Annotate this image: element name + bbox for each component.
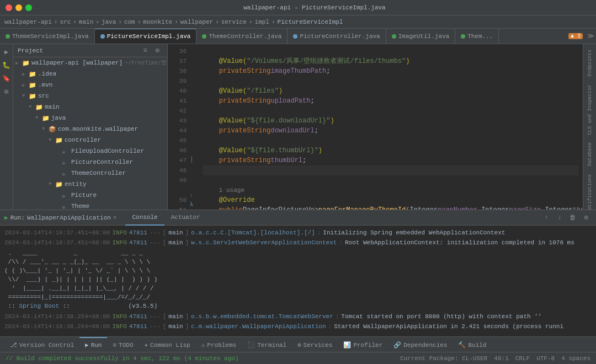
- code-textarea[interactable]: @Value("/Volumes/风事/壁纸拯救者测试/files/thumbs…: [199, 44, 583, 210]
- right-panel: Endpoints CLS and Inspector Database Not…: [583, 44, 596, 210]
- tree-arrow: ▶: [15, 60, 22, 66]
- line-separator: CRLF: [515, 355, 530, 362]
- bottom-toolbar: ⎇ Version Control ▶ Run ≡ TODO ✦ Common …: [0, 336, 596, 352]
- tab-picture-controller[interactable]: PictureController.java: [288, 29, 386, 44]
- tab-build[interactable]: 🔨 Build: [453, 337, 492, 352]
- tree-item-theme-controller[interactable]: ☕ ThemeController: [13, 168, 167, 179]
- tab-them[interactable]: Them...: [455, 29, 499, 44]
- code-line: [203, 175, 578, 185]
- tab-profiler[interactable]: 📊 Profiler: [338, 337, 388, 352]
- tab-console[interactable]: Console: [125, 210, 164, 226]
- java-icon: ☕: [62, 192, 70, 199]
- breadcrumb-item[interactable]: wallpaper-api: [4, 19, 52, 25]
- status-right: Current Package: CL-USER 48:1 CRLF UTF-8…: [400, 355, 590, 362]
- tab-terminal[interactable]: ⬛ Terminal: [242, 337, 292, 352]
- tab-picture-service-impl[interactable]: PictureServiceImpl.java: [95, 29, 197, 44]
- run-panel: ▶ Run: WallpaperApiApplication × Console…: [0, 210, 596, 336]
- lambda-indicator: λ: [190, 200, 199, 209]
- gear-icon[interactable]: ⚙: [152, 45, 163, 56]
- endpoints-panel[interactable]: Endpoints: [586, 46, 594, 80]
- notifications-panel[interactable]: Notifications: [586, 171, 594, 210]
- breadcrumb-item[interactable]: moonkite: [143, 19, 172, 25]
- tree-item-picture[interactable]: ☕ Picture: [13, 190, 167, 201]
- more-tabs-button[interactable]: ≫: [585, 31, 596, 42]
- tree-label: ThemeController: [71, 170, 126, 176]
- maximize-button[interactable]: [25, 4, 32, 11]
- tab-dependencies[interactable]: 🔗 Dependencies: [388, 337, 453, 352]
- scroll-down-icon[interactable]: ↓: [554, 212, 565, 223]
- sidebar-actions: ≡ ⚙: [140, 45, 163, 56]
- tree-item-entity-dir[interactable]: ▼ 📁 entity: [13, 179, 167, 190]
- tree-item-java[interactable]: ▼ 📁 java: [13, 113, 167, 124]
- terminal-icon: ⬛: [247, 341, 255, 349]
- tree-item-file-upload[interactable]: ☕ FileUploadController: [13, 146, 167, 157]
- close-button[interactable]: [6, 4, 12, 11]
- tree-label: java: [51, 115, 66, 121]
- minimize-button[interactable]: [15, 4, 22, 11]
- tree-label: entity: [65, 181, 87, 188]
- line-numbers: 36 37 38 39 40 41 42 43 44 45 46 47 48 4…: [168, 44, 190, 210]
- tree-item-picture-controller[interactable]: ☕ PictureController: [13, 157, 167, 168]
- gutter: │ ↑ λ: [190, 44, 199, 210]
- tab-common-lisp[interactable]: ✦ Common Lisp: [139, 337, 195, 352]
- breadcrumb-item[interactable]: java: [102, 19, 116, 25]
- tree-item-main[interactable]: ▼ 📁 main: [13, 101, 167, 113]
- tree-item-src[interactable]: ▼ 📁 src: [13, 90, 167, 101]
- tree-item-root[interactable]: ▶ 📁 wallpaper-api [wallpaper] ~/FreeTime…: [13, 57, 167, 68]
- tab-problems[interactable]: ⚠ Problems: [196, 337, 242, 352]
- spring-banner: . ____ _ __ _ _ /\\ / ___'_ __ _ _(_)_ _…: [4, 249, 592, 311]
- breadcrumb-item[interactable]: com: [124, 19, 135, 25]
- folder-icon: 📁: [22, 60, 30, 67]
- traffic-lights: [6, 4, 32, 11]
- log-line: 2024-03-14T14:18:38.254+08:00 INFO 47811…: [4, 312, 592, 322]
- collapse-icon[interactable]: ≡: [140, 45, 151, 56]
- run-icon: ▶: [4, 214, 8, 221]
- bookmark-icon[interactable]: 🔖: [1, 73, 12, 84]
- tab-image-util[interactable]: ImageUtil.java: [386, 29, 455, 44]
- run-icon: ▶: [85, 341, 89, 349]
- tab-theme-controller[interactable]: ThemeController.java: [196, 29, 288, 44]
- java-icon: ☕: [62, 170, 70, 177]
- code-editor[interactable]: 36 37 38 39 40 41 42 43 44 45 46 47 48 4…: [168, 44, 583, 210]
- database-panel[interactable]: Database: [586, 139, 594, 169]
- run-toolbar: ↑ ↓ 🗑 ⚙: [541, 212, 592, 223]
- tab-theme-service-impl[interactable]: ThemeServiceImpl.java: [0, 29, 95, 44]
- tree-label: .idea: [38, 71, 56, 77]
- tree-label: controller: [65, 137, 101, 143]
- tree-arrow: ▼: [49, 137, 55, 143]
- breadcrumb-item[interactable]: wallpaper: [180, 19, 213, 25]
- left-strip: ▶ 🐛 🔖 ⊞: [0, 44, 13, 210]
- tab-todo[interactable]: ≡ TODO: [107, 337, 139, 352]
- status-bar: // Build completed successfully in 4 sec…: [0, 352, 596, 364]
- breadcrumb-item[interactable]: impl: [255, 19, 269, 25]
- debug-icon[interactable]: 🐛: [1, 60, 12, 71]
- tree-item-mvn[interactable]: ▶ 📁 .mvn: [13, 79, 167, 90]
- tab-actuator[interactable]: Actuator: [164, 210, 207, 226]
- settings-icon[interactable]: ⚙: [581, 212, 592, 223]
- code-line: private String uploadPath;: [203, 96, 578, 106]
- breadcrumb-item[interactable]: service: [221, 19, 247, 25]
- breadcrumb-item[interactable]: main: [79, 19, 93, 25]
- breadcrumb-item[interactable]: src: [60, 19, 71, 25]
- override-indicator: ↑: [190, 191, 199, 200]
- tab-run[interactable]: ▶ Run: [79, 337, 107, 352]
- status-left: // Build completed successfully in 4 sec…: [6, 355, 238, 362]
- tab-version-control[interactable]: ⎇ Version Control: [4, 337, 79, 352]
- cls-inspector-panel[interactable]: CLS and Inspector: [586, 81, 594, 138]
- tree-item-package[interactable]: ▼ 📦 com.moonkite.wallpaper: [13, 124, 167, 135]
- code-line: [203, 76, 578, 86]
- run-console[interactable]: 2024-03-14T14:18:37.451+08:00 INFO 47811…: [0, 226, 596, 336]
- current-package: Current Package: CL-USER: [400, 355, 487, 362]
- indent-settings: 4 spaces: [561, 355, 590, 362]
- breadcrumb-item[interactable]: PictureServiceImpl: [278, 19, 343, 25]
- tree-item-idea[interactable]: ▶ 📁 .idea: [13, 68, 167, 79]
- run-icon[interactable]: ▶: [1, 46, 12, 57]
- tree-label: .mvn: [38, 82, 52, 88]
- tree-item-controller-dir[interactable]: ▼ 📁 controller: [13, 135, 167, 146]
- tab-services[interactable]: ⚙ Services: [292, 337, 338, 352]
- structure-icon[interactable]: ⊞: [1, 86, 12, 97]
- scroll-up-icon[interactable]: ↑: [541, 212, 552, 223]
- tree-item-theme[interactable]: ☕ Theme: [13, 201, 167, 210]
- clear-icon[interactable]: 🗑: [567, 212, 578, 223]
- window-title: wallpaper-api – PictureServiceImpl.java: [39, 4, 590, 11]
